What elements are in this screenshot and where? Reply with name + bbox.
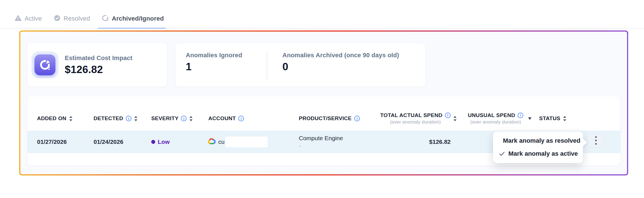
info-icon[interactable] [238, 116, 244, 121]
column-header-product-service: PRODUCT/SERVICE [299, 109, 360, 128]
menu-item-mark-active[interactable]: Mark anomaly as active [493, 147, 583, 160]
tab-active[interactable]: Active [14, 12, 42, 29]
total-actual-spend-label: TOTAL ACTUAL SPEND [380, 112, 442, 118]
row-account-name: cu [218, 138, 224, 145]
info-icon[interactable] [518, 113, 523, 118]
cost-impact-value: $126.82 [65, 64, 132, 76]
row-actions-button[interactable] [587, 133, 605, 147]
anomaly-status-tabs: Active Resolved Archived/Ignored [14, 12, 165, 29]
sort-icon[interactable] [189, 116, 193, 121]
status-label: STATUS [539, 115, 560, 122]
sort-icon[interactable] [69, 116, 73, 121]
tab-resolved[interactable]: Resolved [53, 12, 90, 29]
cost-impact-icon-halo [31, 51, 59, 78]
anomalies-archived-value: 0 [282, 61, 399, 73]
check-circle-icon [54, 15, 60, 23]
detected-label: DETECTED [94, 115, 123, 122]
product-service-label: PRODUCT/SERVICE [299, 115, 352, 122]
row-severity: Low [158, 138, 170, 145]
warning-triangle-icon [15, 15, 21, 22]
anomaly-counts-card: Anomalies Ignored 1 Anomalies Archived (… [175, 43, 426, 87]
row-actions-menu: Mark anomaly as resolved Mark anomaly as… [493, 131, 583, 163]
sort-icon[interactable] [134, 116, 138, 121]
column-header-unusual-spend: UNUSUAL SPEND (over anomaly duration) [468, 109, 532, 128]
row-detected: 01/24/2026 [94, 138, 123, 145]
google-cloud-icon [207, 138, 216, 146]
row-total-actual-spend: $126.82 [429, 138, 451, 145]
cost-impact-label: Estimated Cost Impact [65, 54, 132, 62]
info-icon[interactable] [126, 116, 131, 121]
sort-icon[interactable] [453, 116, 457, 121]
estimated-cost-impact-card: Estimated Cost Impact $126.82 [27, 43, 167, 87]
account-label: ACCOUNT [208, 115, 236, 122]
unusual-spend-sublabel: (over anomaly duration) [470, 119, 521, 125]
column-header-severity: SEVERITY [151, 109, 193, 128]
redacted-account-box [225, 137, 268, 147]
sort-descending-icon[interactable] [528, 117, 532, 120]
info-icon[interactable] [445, 113, 451, 118]
severity-label: SEVERITY [151, 115, 178, 122]
kebab-menu-icon [595, 136, 597, 145]
added-on-label: ADDED ON [37, 115, 66, 122]
menu-item-mark-resolved[interactable]: Mark anomaly as resolved [493, 134, 583, 147]
anomalies-ignored-value: 1 [186, 61, 242, 73]
row-product-service-sub: - [299, 143, 343, 149]
sort-icon[interactable] [563, 116, 567, 121]
column-header-added-on: ADDED ON [37, 109, 73, 128]
tab-resolved-label: Resolved [64, 15, 90, 22]
anomalies-page: Active Resolved Archived/Ignored [0, 0, 644, 198]
archived-alert-icon [102, 15, 109, 23]
counts-divider [267, 52, 267, 80]
column-header-total-actual-spend: TOTAL ACTUAL SPEND (over anomaly duratio… [380, 109, 457, 128]
tab-archived-ignored-label: Archived/Ignored [112, 15, 164, 22]
total-actual-spend-sublabel: (over anomaly duration) [390, 119, 441, 125]
column-header-status: STATUS [539, 109, 567, 128]
unusual-spend-label: UNUSUAL SPEND [468, 112, 515, 118]
column-header-detected: DETECTED [94, 109, 138, 128]
menu-item-label: Mark anomaly as resolved [503, 137, 580, 144]
severity-dot-icon [151, 140, 155, 144]
row-added-on: 01/27/2026 [37, 138, 67, 145]
anomalies-archived-label: Anomalies Archived (once 90 days old) [282, 52, 399, 59]
check-icon [499, 151, 505, 156]
menu-pointer [582, 138, 587, 147]
anomalies-ignored-label: Anomalies Ignored [186, 52, 242, 59]
tab-active-label: Active [25, 15, 42, 22]
column-header-account: ACCOUNT [208, 109, 244, 128]
info-icon[interactable] [354, 116, 360, 121]
row-product-service: Compute Engine [299, 135, 343, 142]
menu-item-label: Mark anomaly as active [508, 150, 578, 157]
cost-impact-pie-alert-icon [34, 54, 55, 75]
info-icon[interactable] [181, 116, 187, 121]
tab-archived-ignored[interactable]: Archived/Ignored [101, 12, 164, 29]
